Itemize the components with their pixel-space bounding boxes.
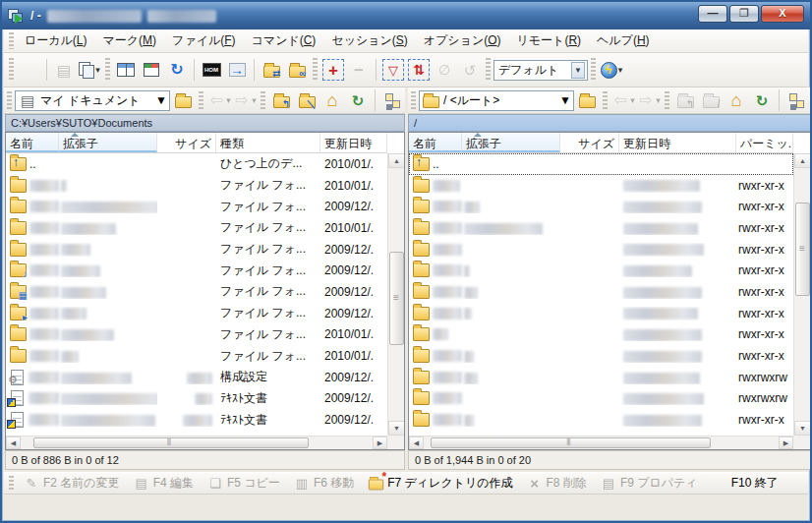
scrollbar-thumb[interactable]	[389, 252, 404, 345]
file-row[interactable]: ↑..	[409, 153, 793, 175]
fkey-f7[interactable]: *F7 ディレクトリの作成	[368, 475, 512, 492]
dropdown-arrow-icon[interactable]: ▼	[559, 93, 571, 107]
file-row[interactable]: rwxr-xr-x	[409, 260, 793, 281]
menu-item-1[interactable]: マーク(M)	[95, 29, 165, 52]
toolbar-grip[interactable]	[313, 58, 318, 82]
scroll-left-button[interactable]: ◀	[409, 436, 424, 449]
root-directory-button[interactable]: ＼	[295, 88, 319, 112]
transfer-settings-button[interactable]: ϟ▾	[600, 58, 623, 82]
explorer-view-button[interactable]	[140, 58, 163, 82]
file-row[interactable]: ファイル フォ...2010/01/.	[6, 175, 387, 197]
local-path-bar[interactable]: C:¥Users¥SUTO¥Documents	[5, 114, 405, 132]
toolbar-grip[interactable]	[7, 91, 12, 109]
dropdown-caret-icon[interactable]: ▾	[630, 95, 635, 105]
dropdown-caret-icon[interactable]: ▾	[95, 65, 100, 75]
preferences-button[interactable]	[18, 58, 41, 82]
scroll-right-button[interactable]: ▶	[779, 436, 793, 449]
file-row[interactable]: ▦ファイル フォ...2009/12/.	[6, 281, 387, 303]
dropdown-caret-icon[interactable]: ▾	[618, 65, 623, 75]
new-session-button[interactable]: ▾	[78, 58, 101, 82]
toolbar-grip[interactable]	[199, 91, 203, 109]
dropdown-arrow-icon[interactable]: ▼	[571, 62, 585, 79]
file-list[interactable]: ↑..rwxr-xr-xrwxr-xr-xrwxr-xr-xrwxr-xr-xr…	[409, 153, 793, 436]
tree-button[interactable]	[784, 88, 808, 112]
refresh-session-button[interactable]: ↻	[165, 58, 189, 82]
file-row[interactable]: rwxr-xr-x	[409, 281, 793, 303]
select-button[interactable]: +	[321, 58, 345, 82]
menu-item-7[interactable]: ヘルプ(H)	[589, 29, 658, 52]
scroll-down-button[interactable]: ▼	[388, 421, 405, 436]
vertical-scrollbar[interactable]: ▲▼	[387, 153, 404, 436]
toolbar-grip[interactable]	[665, 91, 669, 109]
toolbar-grip[interactable]	[591, 58, 596, 82]
column-header-2[interactable]: サイズ	[157, 133, 216, 152]
menu-item-3[interactable]: コマンド(C)	[244, 29, 324, 52]
home-directory-button[interactable]: ⌂	[725, 88, 748, 112]
file-row[interactable]: ↑..ひとつ上のデ...2010/01/.	[6, 153, 387, 175]
toolbar-grip[interactable]	[486, 58, 491, 82]
title-bar[interactable]: / - — ❐ X	[2, 2, 810, 29]
column-header-0[interactable]: 名前	[6, 133, 59, 152]
file-row[interactable]: ﾃｷｽﾄ文書2009/12/.	[6, 409, 387, 431]
toolbar-grip[interactable]	[9, 58, 14, 82]
file-row[interactable]: rwxr-xr-x	[409, 175, 793, 197]
scrollbar-thumb[interactable]	[33, 437, 309, 448]
transfer-profile-combo[interactable]: デフォルト▼	[493, 60, 588, 81]
file-row[interactable]: ▸ファイル フォ...2009/12/.	[6, 303, 387, 324]
scroll-up-button[interactable]: ▲	[388, 153, 405, 168]
dropdown-caret-icon[interactable]: ▾	[226, 95, 231, 105]
refresh-button[interactable]: ↻	[750, 88, 774, 112]
find-files-button[interactable]: ∞	[285, 58, 309, 82]
scroll-left-button[interactable]: ◀	[6, 436, 21, 449]
file-row[interactable]: ⚙構成設定2009/12/.	[6, 367, 387, 388]
minimize-button[interactable]: —	[698, 5, 727, 23]
parent-directory-button[interactable]: ↰	[269, 88, 293, 112]
column-header-4[interactable]: パーミッ..	[736, 133, 793, 152]
goto-button[interactable]: →	[225, 58, 249, 82]
horizontal-scrollbar[interactable]: ◀▶	[6, 436, 387, 449]
file-list[interactable]: ↑..ひとつ上のデ...2010/01/.ファイル フォ...2010/01/.…	[6, 153, 387, 436]
file-row[interactable]: ﾃｷｽﾄ文書2009/12/.	[6, 388, 387, 410]
commander-view-button[interactable]	[114, 58, 138, 82]
open-directory-button[interactable]	[171, 88, 195, 112]
scrollbar-thumb[interactable]	[431, 437, 711, 448]
local-directory-combo[interactable]: ▤マイ ドキュメント▼	[15, 90, 170, 111]
file-row[interactable]: rwxr-xr-x	[409, 324, 793, 346]
refresh-button[interactable]: ↻	[346, 88, 370, 112]
tree-button[interactable]	[380, 88, 404, 112]
filter-button[interactable]: ▽	[381, 58, 405, 82]
close-button[interactable]: X	[761, 5, 804, 23]
file-row[interactable]: ファイル フォ...2010/01/.	[6, 345, 387, 367]
file-row[interactable]: ファイル フォ...2010/01/.	[6, 324, 387, 346]
menu-item-5[interactable]: オプション(O)	[416, 29, 509, 52]
file-row[interactable]: rwxr-xr-x	[409, 345, 793, 367]
open-directory-button[interactable]	[575, 88, 599, 112]
file-row[interactable]: rwxr-xr-x	[409, 409, 793, 431]
dropdown-arrow-icon[interactable]: ▼	[155, 93, 167, 107]
file-row[interactable]: ファイル フォ...2009/12/.	[6, 196, 387, 217]
menu-item-0[interactable]: ローカル(L)	[17, 29, 95, 52]
column-header-1[interactable]: 拡張子	[59, 133, 157, 152]
menu-item-2[interactable]: ファイル(F)	[164, 29, 243, 52]
file-row[interactable]: rwxr-xr-x	[409, 196, 793, 217]
console-button[interactable]: HOM	[200, 58, 223, 82]
remote-path-bar[interactable]: /	[408, 114, 811, 132]
menu-item-4[interactable]: セッション(S)	[323, 29, 415, 52]
file-row[interactable]: rwxr-xr-x	[409, 303, 793, 324]
synchronize-browsing-button[interactable]: ⇄	[260, 58, 283, 82]
file-row[interactable]: ファイル フォ...2010/01/.	[6, 217, 387, 239]
home-directory-button[interactable]: ⌂	[320, 88, 344, 112]
column-header-3[interactable]: 種類	[216, 133, 320, 152]
horizontal-scrollbar[interactable]: ◀▶	[409, 436, 793, 449]
vertical-scrollbar[interactable]: ▲▼	[793, 153, 810, 436]
column-header-4[interactable]: 更新日時	[320, 133, 387, 152]
column-header-3[interactable]: 更新日時	[619, 133, 736, 152]
file-row[interactable]: rwxr-xr-x	[409, 217, 793, 239]
dropdown-caret-icon[interactable]: ▾	[252, 95, 257, 105]
remote-directory-combo[interactable]: / <ルート>▼	[419, 90, 574, 111]
file-row[interactable]: rwxrwxrw	[409, 367, 793, 388]
file-row[interactable]: rwxrwxrw	[409, 388, 793, 410]
toolbar-grip[interactable]	[411, 91, 416, 109]
scrollbar-thumb[interactable]	[795, 203, 810, 296]
maximize-button[interactable]: ❐	[729, 5, 759, 23]
